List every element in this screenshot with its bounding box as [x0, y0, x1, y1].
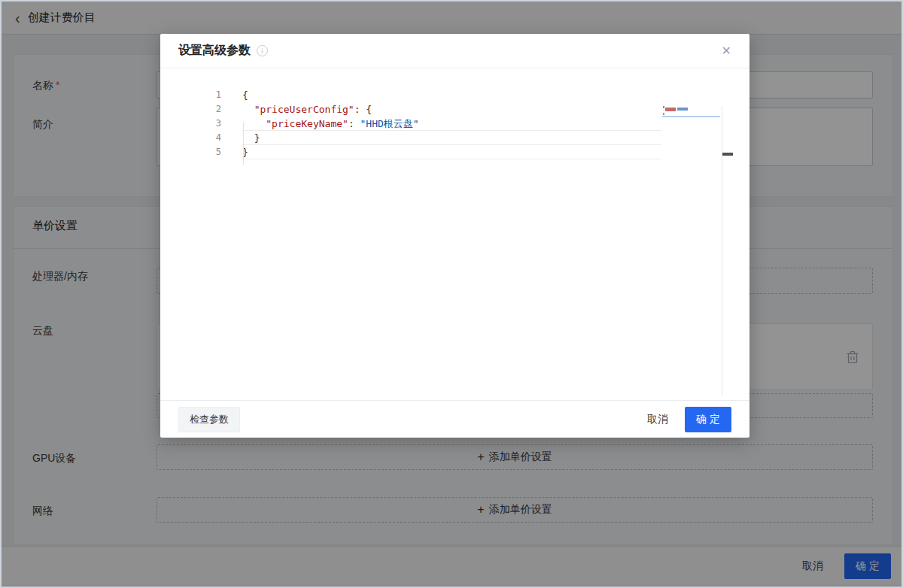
code-token: "priceKeyName" — [266, 118, 348, 129]
code-token: "HHD根云盘" — [360, 118, 419, 129]
dialog-header: 设置高级参数 i ✕ — [160, 34, 749, 68]
code-token: { — [242, 89, 248, 101]
code-token: } — [254, 132, 260, 144]
code-editor[interactable]: 1 { 2 "priceUserConfig": { 3 "priceKeyNa… — [160, 88, 749, 400]
line-number: 1 — [160, 88, 221, 102]
modal-cancel-button[interactable]: 取消 — [647, 413, 668, 426]
minimap-mark — [665, 108, 676, 111]
dialog-footer: 检查参数 取消 确 定 — [160, 400, 749, 438]
app-window: ‹ 创建计费价目 名称* 简介 单价设置 处理器/内存 + 添加单价设置 云盘 — [0, 0, 903, 588]
minimap-viewport-line — [662, 116, 720, 117]
close-icon[interactable]: ✕ — [722, 45, 731, 57]
minimap-mark — [663, 106, 664, 108]
code-line[interactable]: 5 } — [160, 145, 749, 159]
dialog-title: 设置高级参数 — [178, 43, 251, 59]
line-number: 5 — [160, 145, 221, 159]
code-line[interactable]: 3 "priceKeyName": "HHD根云盘" — [160, 117, 749, 131]
info-icon: i — [257, 45, 268, 56]
overview-ruler-cursor-mark — [722, 153, 733, 156]
advanced-params-dialog: 设置高级参数 i ✕ 1 { 2 "priceUserConfig": { 3 … — [160, 34, 749, 438]
minimap-mark — [663, 113, 664, 115]
check-params-button[interactable]: 检查参数 — [178, 407, 240, 432]
code-line[interactable]: 1 { — [160, 88, 749, 102]
line-number: 4 — [160, 131, 221, 145]
editor-scrollbar[interactable] — [722, 106, 722, 396]
minimap-mark — [677, 108, 688, 111]
code-token: : — [348, 118, 360, 129]
code-line[interactable]: 4 } — [160, 131, 749, 145]
code-token: "priceUserConfig" — [254, 104, 354, 115]
minimap[interactable] — [663, 106, 722, 151]
dialog-body: 1 { 2 "priceUserConfig": { 3 "priceKeyNa… — [160, 68, 749, 400]
line-number: 2 — [160, 102, 221, 117]
code-line[interactable]: 2 "priceUserConfig": { — [160, 102, 749, 117]
line-number: 3 — [160, 117, 221, 131]
indent-guide — [243, 122, 244, 165]
modal-ok-button[interactable]: 确 定 — [685, 407, 731, 432]
code-token: : { — [354, 104, 372, 115]
